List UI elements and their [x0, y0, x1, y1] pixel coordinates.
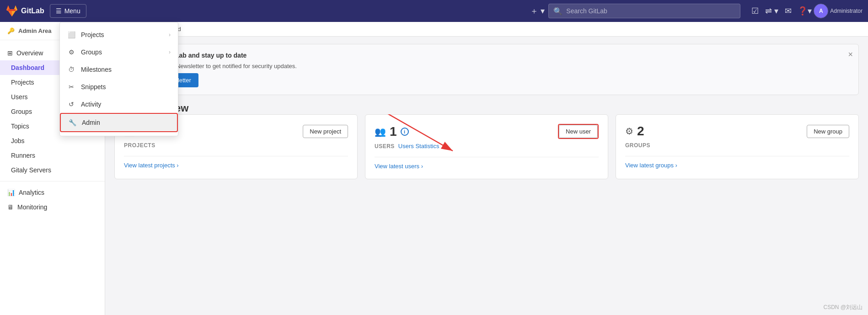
groups-label: GROUPS — [625, 142, 849, 149]
dropdown-item-activity[interactable]: ↺ Activity — [60, 96, 178, 113]
user-avatar[interactable]: A — [814, 4, 828, 18]
dropdown-milestones-label: Milestones — [81, 66, 112, 73]
banner-close-button[interactable]: × — [848, 50, 853, 59]
users-statistics-link[interactable]: Users Statistics — [398, 143, 439, 149]
admin-username-label: Administrator — [830, 8, 863, 14]
view-latest-groups-link[interactable]: View latest groups › — [625, 156, 849, 169]
activity-icon: ↺ — [67, 100, 75, 108]
menu-button[interactable]: ☰ Menu — [50, 4, 86, 18]
groups-card-top: ⚙ 2 New group — [625, 124, 849, 139]
dropdown-projects-label: Projects — [81, 31, 104, 38]
dropdown-snippets-label: Snippets — [81, 83, 106, 91]
sidebar-overview-label: Overview — [16, 49, 43, 57]
notification-banner: updates from GitLab and stay up to date … — [114, 44, 859, 95]
help-button[interactable]: ❓▾ — [797, 4, 812, 18]
sidebar-dashboard-label: Dashboard — [11, 64, 44, 71]
sidebar-topics-label: Topics — [11, 123, 29, 130]
users-count: 1 — [390, 124, 397, 139]
dropdown-admin-label: Admin — [82, 119, 100, 126]
top-nav: GitLab ☰ Menu ＋ ▾ 🔍 ☑ ⇌ ▾ ✉ ❓▾ A Adminis… — [0, 0, 868, 22]
menu-label: Menu — [64, 7, 80, 15]
dropdown-item-projects[interactable]: ⬜ Projects › — [60, 26, 178, 43]
main-content: Admin Area > Dashboard updates from GitL… — [105, 22, 868, 315]
dropdown-menu: ⬜ Projects › ⚙ Groups › ⏱ Milestones ✂ S… — [59, 22, 178, 136]
new-group-button[interactable]: New group — [807, 125, 849, 138]
overview-icon: ⊞ — [7, 49, 13, 57]
new-user-button[interactable]: New user — [559, 125, 598, 138]
banner-title: updates from GitLab and stay up to date — [124, 52, 849, 59]
groups-count: 2 — [637, 124, 644, 139]
users-card-top: 👥 1 i New user — [375, 124, 599, 139]
users-info-icon[interactable]: i — [401, 128, 409, 136]
sidebar-users-label: Users — [11, 93, 28, 101]
issues-button[interactable]: ✉ — [781, 4, 795, 18]
groups-card: ⚙ 2 New group GROUPS View latest groups … — [616, 114, 859, 179]
admin-icon: 🔧 — [68, 118, 76, 127]
new-user-button-wrapper: New user — [558, 124, 599, 139]
sidebar-item-runners[interactable]: Runners — [0, 148, 105, 163]
view-latest-projects-link[interactable]: View latest projects › — [124, 156, 348, 169]
groups-card-icon: ⚙ — [625, 126, 633, 137]
cards-container: ⬜ 2 New project PROJECTS View latest pro… — [105, 114, 868, 188]
todo-button[interactable]: ☑ — [748, 4, 762, 18]
snippets-icon: ✂ — [67, 83, 75, 91]
search-input[interactable] — [566, 7, 735, 15]
milestones-icon: ⏱ — [67, 65, 75, 74]
search-bar[interactable]: 🔍 — [548, 4, 740, 18]
avatar-image: A — [814, 4, 828, 18]
watermark: CSDN @刘远山 — [823, 304, 863, 311]
dropdown-item-snippets[interactable]: ✂ Snippets — [60, 78, 178, 96]
sidebar-projects-label: Projects — [11, 79, 34, 86]
banner-text: the GitLab Security Newsletter to get no… — [124, 63, 849, 69]
dropdown-item-admin[interactable]: 🔧 Admin — [60, 113, 178, 132]
view-latest-users-link[interactable]: View latest users › — [375, 157, 599, 170]
sidebar-runners-label: Runners — [11, 152, 35, 159]
groups-arrow-icon: › — [169, 49, 171, 55]
users-card-icon: 👥 — [375, 126, 386, 137]
key-icon: 🔑 — [7, 27, 15, 34]
gitlab-logo[interactable]: GitLab — [5, 5, 44, 17]
sidebar-item-gitaly-servers[interactable]: Gitaly Servers — [0, 163, 105, 177]
cards-row: ⬜ 2 New project PROJECTS View latest pro… — [105, 114, 868, 188]
projects-arrow-icon: › — [169, 32, 171, 38]
hamburger-icon: ☰ — [56, 7, 62, 15]
sidebar-monitoring-label: Monitoring — [17, 203, 47, 211]
groups-icon: ⚙ — [67, 48, 75, 56]
nav-icons: ☑ ⇌ ▾ ✉ ❓▾ A Administrator — [748, 4, 863, 18]
gitlab-text: GitLab — [21, 7, 44, 15]
sidebar-item-analytics[interactable]: 📊 Analytics — [0, 185, 105, 200]
sidebar-analytics-label: Analytics — [19, 189, 44, 196]
create-new-button[interactable]: ＋ ▾ — [530, 4, 545, 18]
dropdown-groups-label: Groups — [81, 48, 102, 56]
sidebar-groups-label: Groups — [11, 108, 32, 115]
dropdown-item-milestones[interactable]: ⏱ Milestones — [60, 61, 178, 78]
dropdown-item-groups[interactable]: ⚙ Groups › — [60, 43, 178, 61]
users-card: 👥 1 i New user USERS Users Statistics Vi… — [365, 114, 608, 179]
users-label: USERS — [375, 143, 395, 149]
merge-requests-button[interactable]: ⇌ ▾ — [764, 4, 779, 18]
sidebar-gitaly-label: Gitaly Servers — [11, 166, 51, 174]
breadcrumb: Admin Area > Dashboard — [105, 22, 868, 37]
monitoring-icon: 🖥 — [7, 203, 14, 211]
sidebar-jobs-label: Jobs — [11, 137, 25, 144]
sidebar-header-label: Admin Area — [18, 27, 51, 34]
search-icon: 🔍 — [553, 7, 563, 16]
projects-icon: ⬜ — [67, 31, 75, 39]
new-project-button[interactable]: New project — [303, 125, 348, 138]
analytics-icon: 📊 — [7, 189, 15, 196]
dropdown-activity-label: Activity — [81, 101, 101, 108]
sidebar-item-monitoring[interactable]: 🖥 Monitoring — [0, 200, 105, 214]
projects-label: PROJECTS — [124, 142, 348, 149]
